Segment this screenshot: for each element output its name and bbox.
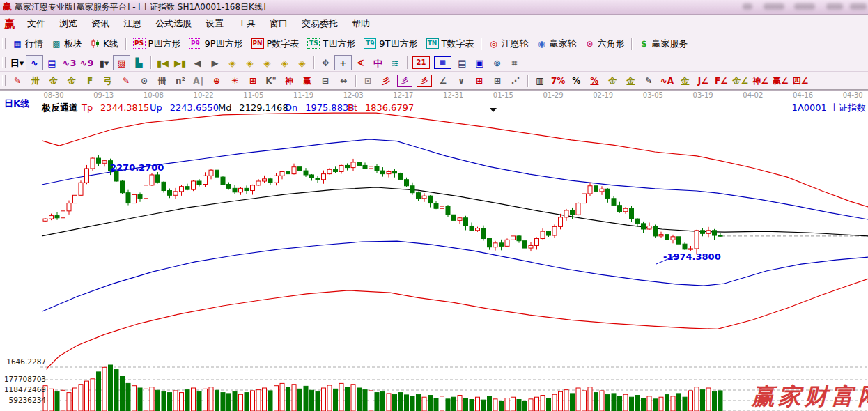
percent-button[interactable]: % bbox=[568, 74, 584, 88]
save-disk-button[interactable]: ▣ bbox=[472, 56, 488, 70]
red-figure-button[interactable]: ▨ bbox=[113, 55, 130, 70]
wave-a-button[interactable]: ∿A bbox=[658, 74, 675, 88]
gann-grid-lines-button[interactable]: 卅 bbox=[27, 74, 44, 88]
zigzag-button[interactable]: ∨ bbox=[453, 74, 470, 88]
angle-four-button[interactable]: 四∠ bbox=[791, 74, 810, 88]
menu-item-2[interactable]: 资讯 bbox=[84, 16, 116, 31]
toolbar-button-t-number-table[interactable]: TNT数字表 bbox=[422, 36, 479, 52]
toolbar-button-gann-wheel[interactable]: ◎江恩轮 bbox=[484, 36, 532, 52]
menu-item-6[interactable]: 工具 bbox=[231, 16, 263, 31]
parallel-lines-button[interactable]: ⋰ bbox=[507, 74, 524, 88]
toolbar-button-sectors[interactable]: ▩板块 bbox=[47, 36, 86, 52]
trend-scribble-button[interactable]: ∿ bbox=[26, 55, 43, 70]
notebook-button[interactable]: ▤ bbox=[454, 56, 470, 70]
angle-lines-button[interactable]: ∠ bbox=[435, 74, 451, 88]
price-ladder-button[interactable]: ▥ bbox=[532, 74, 548, 88]
toolbar-button-winner-wheel[interactable]: ◉赢家轮 bbox=[532, 36, 580, 52]
fan-box-red-button[interactable]: 彡 bbox=[417, 75, 432, 87]
current-date-marker[interactable] bbox=[490, 108, 497, 112]
toolbar-grip[interactable] bbox=[2, 57, 6, 68]
toolbar-grip[interactable] bbox=[2, 38, 6, 49]
window-control-icon[interactable] bbox=[794, 3, 815, 10]
calendar-21-button[interactable]: 21 bbox=[412, 56, 430, 69]
menu-item-7[interactable]: 窗口 bbox=[263, 16, 295, 31]
time-circle-button[interactable]: ⊙ bbox=[136, 74, 153, 88]
menu-item-8[interactable]: 交易委托 bbox=[295, 16, 345, 31]
time-lines-button[interactable]: 卌 bbox=[154, 74, 171, 88]
shen-tool-button[interactable]: 神 bbox=[281, 74, 297, 88]
grid-arrow-button[interactable]: ⊞ bbox=[489, 74, 506, 88]
gold-underline-button[interactable]: 金 bbox=[676, 74, 693, 88]
period-dropdown-button[interactable]: 日▾ bbox=[9, 56, 25, 70]
purple-grid-tool-button[interactable]: 中 bbox=[370, 56, 386, 70]
angle-j-button[interactable]: J∠ bbox=[695, 74, 711, 88]
wave-3-button[interactable]: ∿3 bbox=[61, 56, 77, 70]
fan-box-purple-button[interactable]: 彡 bbox=[397, 75, 412, 87]
gold-ratio-a-button[interactable]: 金 bbox=[45, 74, 62, 88]
draw-brush-button[interactable]: ✎ bbox=[9, 74, 26, 88]
calculator-button[interactable]: ▦ bbox=[434, 56, 451, 69]
candle-style-dropdown-button[interactable]: ▮▾ bbox=[96, 56, 112, 70]
gold-circle-button[interactable]: 金 bbox=[604, 74, 621, 88]
fibonacci-f-button[interactable]: F bbox=[82, 74, 98, 88]
next-bar-button[interactable]: ▶ bbox=[207, 56, 223, 70]
first-bar-button[interactable]: ▮◀ bbox=[155, 56, 171, 70]
menu-item-0[interactable]: 文件 bbox=[20, 16, 52, 31]
toolbar-button-p-square[interactable]: PSP四方形 bbox=[129, 36, 185, 52]
toolbar-button-9p-square[interactable]: P99P四方形 bbox=[185, 36, 247, 52]
web-square-button[interactable]: ⊞ bbox=[245, 74, 261, 88]
minimize-button[interactable] bbox=[826, 3, 843, 10]
prev-bar-button[interactable]: ◀ bbox=[189, 56, 206, 70]
close-button[interactable] bbox=[850, 3, 867, 10]
angle-gold-button[interactable]: 金∠ bbox=[731, 74, 750, 88]
toolbar-grip[interactable] bbox=[2, 75, 6, 86]
zoom-right-button[interactable]: ◈ bbox=[242, 56, 258, 70]
circle-cross-button[interactable]: ⊕ bbox=[208, 74, 225, 88]
ruler-123-button[interactable]: ⊟ bbox=[317, 74, 334, 88]
wave-9-button[interactable]: ∿9 bbox=[79, 56, 95, 70]
angle-f-button[interactable]: F∠ bbox=[713, 74, 729, 88]
menu-item-1[interactable]: 浏览 bbox=[52, 16, 84, 31]
percent-7-button[interactable]: 7% bbox=[550, 74, 566, 88]
red-brush-box-button[interactable]: ✎ bbox=[118, 74, 134, 88]
window-control-icon[interactable] bbox=[743, 3, 752, 10]
box-tool-button[interactable]: ⊡ bbox=[359, 74, 376, 88]
gold-ratio-b-button[interactable]: 金 bbox=[63, 74, 80, 88]
color-histogram-button[interactable]: ▙ bbox=[131, 56, 147, 70]
web-update-button[interactable]: ⊚ bbox=[489, 56, 505, 70]
toolbar-button-kline[interactable]: K线 bbox=[86, 36, 123, 52]
menu-item-4[interactable]: 公式选股 bbox=[148, 16, 199, 31]
percent-line-button[interactable]: % bbox=[586, 74, 603, 88]
star-web-button[interactable]: ✳ bbox=[226, 74, 243, 88]
n-square-button[interactable]: n² bbox=[172, 74, 189, 88]
angle-ying-button[interactable]: 赢∠ bbox=[771, 74, 790, 88]
angle-measure-button[interactable]: ∢ bbox=[352, 56, 369, 70]
crosshair-button[interactable]: + bbox=[334, 55, 352, 70]
toolbar-button-p-number-table[interactable]: PNP数字表 bbox=[247, 36, 304, 52]
chart-canvas[interactable]: 08-3009-1310-0810-2211-0511-1912-0312-17… bbox=[0, 90, 868, 411]
toolbar-button-9t-square[interactable]: T99T四方形 bbox=[359, 36, 421, 52]
menu-item-5[interactable]: 设置 bbox=[199, 16, 231, 31]
toolbar-button-t-square[interactable]: TST四方形 bbox=[303, 36, 359, 52]
window-control-icon[interactable] bbox=[764, 3, 784, 10]
width-measure-button[interactable]: ↔ bbox=[335, 74, 352, 88]
gann-fan-red-button[interactable]: 彡 bbox=[378, 74, 394, 88]
zoom-left-button[interactable]: ◈ bbox=[224, 56, 240, 70]
k-note-button[interactable]: K" bbox=[263, 74, 279, 88]
toolbar-button-hexagon[interactable]: ⊙六角形 bbox=[580, 36, 628, 52]
toolbar-button-quotes[interactable]: ▦行情 bbox=[8, 36, 47, 52]
expand-all-button[interactable]: ◈ bbox=[294, 56, 310, 70]
pencil-flag-button[interactable]: ✎ bbox=[640, 74, 657, 88]
title-bar[interactable]: 赢 赢家江恩专业版[赢家服务平台] - [上证指数 SH1A0001-168日K… bbox=[0, 0, 868, 15]
channel-a-button[interactable]: A∣ bbox=[190, 74, 207, 88]
last-bar-button[interactable]: ▶▮ bbox=[172, 56, 188, 70]
compress-x-button[interactable]: ◈ bbox=[277, 56, 293, 70]
grid-red-button[interactable]: ⊞ bbox=[471, 74, 488, 88]
info-document-button[interactable]: ▤ bbox=[44, 56, 60, 70]
angle-shen-button[interactable]: 神∠ bbox=[751, 74, 770, 88]
remote-data-button[interactable]: ⌗ bbox=[506, 56, 522, 70]
menu-item-3[interactable]: 江恩 bbox=[116, 16, 148, 31]
gold-line-button[interactable]: 金 bbox=[622, 74, 639, 88]
ying-tool-button[interactable]: 赢 bbox=[299, 74, 316, 88]
expand-x-button[interactable]: ◈ bbox=[259, 56, 275, 70]
